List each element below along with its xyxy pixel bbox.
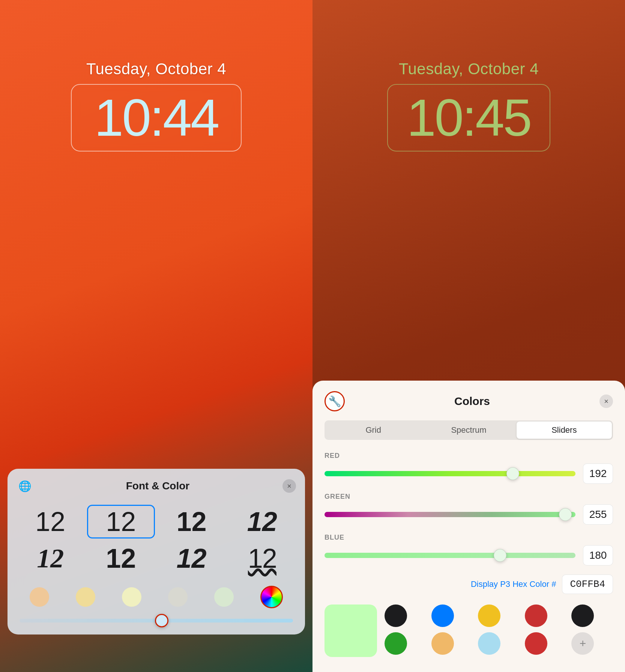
- font-color-header: 🌐 Font & Color ×: [17, 478, 296, 494]
- eyedropper-button[interactable]: 🔧: [325, 391, 345, 411]
- font-grid: 12 12 12 12 12 12 12 12: [17, 505, 296, 575]
- font-option-semibold[interactable]: 12: [158, 505, 225, 538]
- tab-sliders[interactable]: Sliders: [517, 422, 612, 439]
- right-clock-content: Tuesday, October 4 10:45: [312, 0, 625, 152]
- red-slider-track[interactable]: [325, 471, 575, 476]
- color-swatch-section: +: [325, 604, 613, 657]
- palette-dot-black-1[interactable]: [385, 604, 407, 627]
- green-slider-thumb[interactable]: [559, 508, 572, 521]
- blue-slider-row: 180: [325, 545, 613, 566]
- right-time: 10:45: [407, 92, 530, 144]
- color-dot-4[interactable]: [168, 587, 188, 607]
- color-dot-2[interactable]: [76, 587, 95, 607]
- opacity-slider-row: [17, 619, 296, 622]
- left-clock-content: Tuesday, October 4 10:44: [0, 0, 312, 152]
- left-panel: Tuesday, October 4 10:44 🌐 Font & Color …: [0, 0, 312, 672]
- red-slider-section: RED 192: [325, 452, 613, 484]
- font-option-black[interactable]: 12: [87, 542, 155, 575]
- color-dot-3[interactable]: [122, 587, 141, 607]
- green-slider-track[interactable]: [325, 512, 575, 517]
- font-color-title: Font & Color: [126, 480, 190, 492]
- colors-close-button[interactable]: ×: [599, 394, 613, 408]
- palette-dot-blue[interactable]: [431, 604, 454, 627]
- colors-panel: 🔧 Colors × Grid Spectrum Sliders RED 192…: [312, 381, 625, 672]
- font-option-light[interactable]: 12: [17, 505, 84, 538]
- blue-slider-track[interactable]: [325, 553, 575, 558]
- color-dot-1[interactable]: [30, 587, 49, 607]
- hex-row: Display P3 Hex Color # C0FFB4: [325, 574, 613, 594]
- font-color-close-button[interactable]: ×: [282, 479, 296, 493]
- font-option-small-caps[interactable]: 12: [228, 542, 296, 575]
- palette-dot-yellow[interactable]: [478, 604, 500, 627]
- palette-dot-black-2[interactable]: [571, 604, 594, 627]
- color-palette: +: [385, 604, 613, 655]
- colors-title: Colors: [454, 395, 490, 408]
- font-option-serif[interactable]: 12: [17, 542, 84, 575]
- colors-header: 🔧 Colors ×: [325, 391, 613, 411]
- blue-slider-value: 180: [583, 545, 613, 566]
- right-time-box: 10:45: [387, 84, 550, 152]
- opacity-track[interactable]: [20, 619, 293, 622]
- globe-icon[interactable]: 🌐: [17, 478, 33, 494]
- red-slider-row: 192: [325, 464, 613, 484]
- right-panel: Tuesday, October 4 10:45 🔧 Colors × Grid…: [312, 0, 625, 672]
- blue-slider-section: BLUE 180: [325, 534, 613, 566]
- left-time: 10:44: [94, 92, 218, 144]
- selected-color-swatch[interactable]: [325, 604, 377, 657]
- red-slider-value: 192: [583, 464, 613, 484]
- palette-dot-red-1[interactable]: [525, 604, 547, 627]
- green-label: GREEN: [325, 493, 613, 501]
- palette-dot-light-blue[interactable]: [478, 632, 500, 655]
- color-dot-5[interactable]: [214, 587, 234, 607]
- tab-spectrum[interactable]: Spectrum: [421, 422, 516, 439]
- left-date: Tuesday, October 4: [86, 60, 226, 78]
- blue-label: BLUE: [325, 534, 613, 542]
- blue-slider-thumb[interactable]: [494, 549, 506, 562]
- green-slider-section: GREEN 255: [325, 493, 613, 525]
- green-slider-value: 255: [583, 504, 613, 525]
- segment-control: Grid Spectrum Sliders: [325, 420, 613, 440]
- red-slider-thumb[interactable]: [506, 467, 519, 480]
- color-dots-row: [17, 586, 296, 608]
- color-dot-spectrum[interactable]: [260, 586, 283, 608]
- tab-grid[interactable]: Grid: [326, 422, 421, 439]
- font-option-medium-italic[interactable]: 12: [158, 542, 225, 575]
- hex-value[interactable]: C0FFB4: [562, 574, 613, 594]
- hex-label[interactable]: Display P3 Hex Color #: [471, 579, 556, 589]
- font-option-bold-italic[interactable]: 12: [228, 505, 296, 538]
- palette-dot-green[interactable]: [385, 632, 407, 655]
- right-date: Tuesday, October 4: [399, 60, 539, 78]
- left-time-box: 10:44: [71, 84, 241, 152]
- font-color-panel: 🌐 Font & Color × 12 12 12 12 12 12 12 12: [8, 469, 305, 634]
- palette-dot-orange[interactable]: [431, 632, 454, 655]
- font-option-regular[interactable]: 12: [87, 505, 155, 538]
- opacity-thumb[interactable]: [155, 614, 168, 627]
- palette-dot-red-2[interactable]: [525, 632, 547, 655]
- palette-add-button[interactable]: +: [571, 632, 594, 655]
- green-slider-row: 255: [325, 504, 613, 525]
- red-label: RED: [325, 452, 613, 460]
